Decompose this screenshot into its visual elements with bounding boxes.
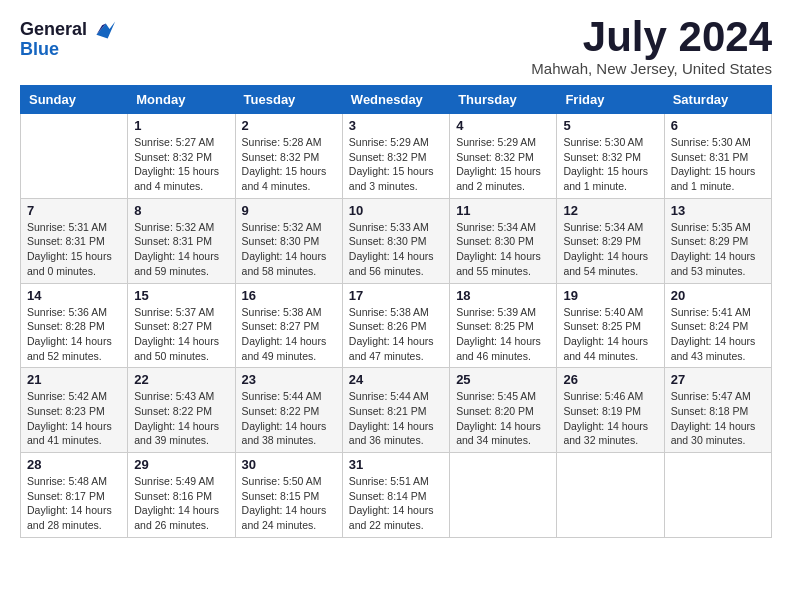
day-number: 10 <box>349 203 443 218</box>
day-number: 1 <box>134 118 228 133</box>
calendar-cell: 9Sunrise: 5:32 AM Sunset: 8:30 PM Daylig… <box>235 198 342 283</box>
day-number: 27 <box>671 372 765 387</box>
week-row-3: 14Sunrise: 5:36 AM Sunset: 8:28 PM Dayli… <box>21 283 772 368</box>
day-number: 19 <box>563 288 657 303</box>
day-number: 28 <box>27 457 121 472</box>
day-info: Sunrise: 5:44 AM Sunset: 8:21 PM Dayligh… <box>349 389 443 448</box>
day-number: 25 <box>456 372 550 387</box>
title-section: July 2024 Mahwah, New Jersey, United Sta… <box>531 16 772 77</box>
day-number: 8 <box>134 203 228 218</box>
calendar-cell: 10Sunrise: 5:33 AM Sunset: 8:30 PM Dayli… <box>342 198 449 283</box>
day-info: Sunrise: 5:45 AM Sunset: 8:20 PM Dayligh… <box>456 389 550 448</box>
day-number: 2 <box>242 118 336 133</box>
calendar-cell: 24Sunrise: 5:44 AM Sunset: 8:21 PM Dayli… <box>342 368 449 453</box>
calendar-cell: 22Sunrise: 5:43 AM Sunset: 8:22 PM Dayli… <box>128 368 235 453</box>
location-text: Mahwah, New Jersey, United States <box>531 60 772 77</box>
day-number: 30 <box>242 457 336 472</box>
day-info: Sunrise: 5:46 AM Sunset: 8:19 PM Dayligh… <box>563 389 657 448</box>
calendar-cell: 18Sunrise: 5:39 AM Sunset: 8:25 PM Dayli… <box>450 283 557 368</box>
logo-blue-text: Blue <box>20 39 59 59</box>
day-number: 23 <box>242 372 336 387</box>
day-number: 7 <box>27 203 121 218</box>
day-info: Sunrise: 5:48 AM Sunset: 8:17 PM Dayligh… <box>27 474 121 533</box>
day-number: 17 <box>349 288 443 303</box>
day-info: Sunrise: 5:27 AM Sunset: 8:32 PM Dayligh… <box>134 135 228 194</box>
day-number: 22 <box>134 372 228 387</box>
column-header-tuesday: Tuesday <box>235 86 342 114</box>
day-info: Sunrise: 5:29 AM Sunset: 8:32 PM Dayligh… <box>456 135 550 194</box>
calendar-cell: 6Sunrise: 5:30 AM Sunset: 8:31 PM Daylig… <box>664 114 771 199</box>
day-number: 24 <box>349 372 443 387</box>
day-number: 20 <box>671 288 765 303</box>
day-info: Sunrise: 5:41 AM Sunset: 8:24 PM Dayligh… <box>671 305 765 364</box>
week-row-5: 28Sunrise: 5:48 AM Sunset: 8:17 PM Dayli… <box>21 453 772 538</box>
calendar-cell <box>450 453 557 538</box>
day-number: 29 <box>134 457 228 472</box>
column-header-monday: Monday <box>128 86 235 114</box>
calendar-cell: 3Sunrise: 5:29 AM Sunset: 8:32 PM Daylig… <box>342 114 449 199</box>
calendar-cell: 20Sunrise: 5:41 AM Sunset: 8:24 PM Dayli… <box>664 283 771 368</box>
day-number: 18 <box>456 288 550 303</box>
page-header: General Blue July 2024 Mahwah, New Jerse… <box>20 16 772 77</box>
calendar-cell <box>557 453 664 538</box>
calendar-table: SundayMondayTuesdayWednesdayThursdayFrid… <box>20 85 772 538</box>
column-header-saturday: Saturday <box>664 86 771 114</box>
calendar-cell: 31Sunrise: 5:51 AM Sunset: 8:14 PM Dayli… <box>342 453 449 538</box>
calendar-cell: 8Sunrise: 5:32 AM Sunset: 8:31 PM Daylig… <box>128 198 235 283</box>
day-info: Sunrise: 5:39 AM Sunset: 8:25 PM Dayligh… <box>456 305 550 364</box>
day-number: 6 <box>671 118 765 133</box>
day-number: 9 <box>242 203 336 218</box>
day-number: 21 <box>27 372 121 387</box>
calendar-cell: 28Sunrise: 5:48 AM Sunset: 8:17 PM Dayli… <box>21 453 128 538</box>
calendar-cell: 1Sunrise: 5:27 AM Sunset: 8:32 PM Daylig… <box>128 114 235 199</box>
day-info: Sunrise: 5:31 AM Sunset: 8:31 PM Dayligh… <box>27 220 121 279</box>
day-info: Sunrise: 5:33 AM Sunset: 8:30 PM Dayligh… <box>349 220 443 279</box>
column-header-thursday: Thursday <box>450 86 557 114</box>
day-number: 16 <box>242 288 336 303</box>
calendar-cell: 19Sunrise: 5:40 AM Sunset: 8:25 PM Dayli… <box>557 283 664 368</box>
calendar-cell: 23Sunrise: 5:44 AM Sunset: 8:22 PM Dayli… <box>235 368 342 453</box>
calendar-cell <box>21 114 128 199</box>
day-info: Sunrise: 5:30 AM Sunset: 8:32 PM Dayligh… <box>563 135 657 194</box>
day-info: Sunrise: 5:38 AM Sunset: 8:27 PM Dayligh… <box>242 305 336 364</box>
day-info: Sunrise: 5:50 AM Sunset: 8:15 PM Dayligh… <box>242 474 336 533</box>
day-info: Sunrise: 5:28 AM Sunset: 8:32 PM Dayligh… <box>242 135 336 194</box>
logo-bird-icon <box>89 16 117 44</box>
week-row-2: 7Sunrise: 5:31 AM Sunset: 8:31 PM Daylig… <box>21 198 772 283</box>
header-row: SundayMondayTuesdayWednesdayThursdayFrid… <box>21 86 772 114</box>
day-info: Sunrise: 5:43 AM Sunset: 8:22 PM Dayligh… <box>134 389 228 448</box>
calendar-cell: 5Sunrise: 5:30 AM Sunset: 8:32 PM Daylig… <box>557 114 664 199</box>
day-number: 14 <box>27 288 121 303</box>
month-title: July 2024 <box>531 16 772 58</box>
calendar-cell: 4Sunrise: 5:29 AM Sunset: 8:32 PM Daylig… <box>450 114 557 199</box>
calendar-cell: 26Sunrise: 5:46 AM Sunset: 8:19 PM Dayli… <box>557 368 664 453</box>
day-info: Sunrise: 5:38 AM Sunset: 8:26 PM Dayligh… <box>349 305 443 364</box>
calendar-cell: 7Sunrise: 5:31 AM Sunset: 8:31 PM Daylig… <box>21 198 128 283</box>
day-info: Sunrise: 5:40 AM Sunset: 8:25 PM Dayligh… <box>563 305 657 364</box>
calendar-cell: 15Sunrise: 5:37 AM Sunset: 8:27 PM Dayli… <box>128 283 235 368</box>
calendar-cell: 27Sunrise: 5:47 AM Sunset: 8:18 PM Dayli… <box>664 368 771 453</box>
day-number: 12 <box>563 203 657 218</box>
day-info: Sunrise: 5:35 AM Sunset: 8:29 PM Dayligh… <box>671 220 765 279</box>
calendar-cell: 11Sunrise: 5:34 AM Sunset: 8:30 PM Dayli… <box>450 198 557 283</box>
day-info: Sunrise: 5:32 AM Sunset: 8:30 PM Dayligh… <box>242 220 336 279</box>
day-number: 26 <box>563 372 657 387</box>
column-header-wednesday: Wednesday <box>342 86 449 114</box>
day-info: Sunrise: 5:37 AM Sunset: 8:27 PM Dayligh… <box>134 305 228 364</box>
day-info: Sunrise: 5:51 AM Sunset: 8:14 PM Dayligh… <box>349 474 443 533</box>
day-info: Sunrise: 5:44 AM Sunset: 8:22 PM Dayligh… <box>242 389 336 448</box>
calendar-cell: 25Sunrise: 5:45 AM Sunset: 8:20 PM Dayli… <box>450 368 557 453</box>
logo-text: General <box>20 20 87 40</box>
calendar-cell: 12Sunrise: 5:34 AM Sunset: 8:29 PM Dayli… <box>557 198 664 283</box>
day-number: 3 <box>349 118 443 133</box>
day-number: 13 <box>671 203 765 218</box>
week-row-1: 1Sunrise: 5:27 AM Sunset: 8:32 PM Daylig… <box>21 114 772 199</box>
column-header-sunday: Sunday <box>21 86 128 114</box>
day-number: 11 <box>456 203 550 218</box>
day-number: 5 <box>563 118 657 133</box>
day-info: Sunrise: 5:42 AM Sunset: 8:23 PM Dayligh… <box>27 389 121 448</box>
day-number: 15 <box>134 288 228 303</box>
calendar-cell: 16Sunrise: 5:38 AM Sunset: 8:27 PM Dayli… <box>235 283 342 368</box>
column-header-friday: Friday <box>557 86 664 114</box>
calendar-cell: 29Sunrise: 5:49 AM Sunset: 8:16 PM Dayli… <box>128 453 235 538</box>
